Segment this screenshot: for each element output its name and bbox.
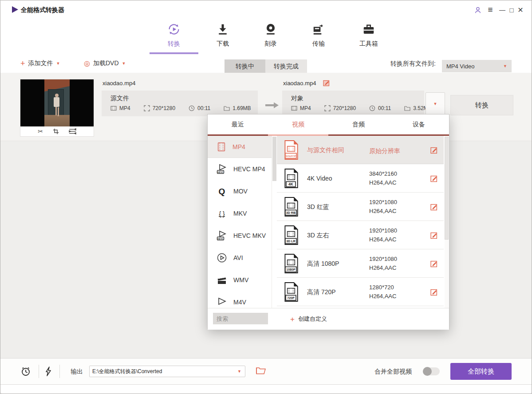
search-input[interactable] (213, 313, 268, 324)
format-label: HEVC MKV (233, 232, 266, 239)
tab-finished[interactable]: 转换完成 (265, 59, 307, 73)
preset-title: 3D 红蓝 (307, 203, 329, 211)
titlebar: 全能格式转换器 ≡ — □ ✕ (0, 0, 532, 18)
preset-spec: 原始分辨率 (369, 146, 400, 155)
tab-convert[interactable]: 转换 (153, 23, 195, 48)
preset-specs: 3840*2160H264,AAC (369, 169, 397, 187)
format-item-wmv[interactable]: WMV (208, 269, 272, 291)
hevc-flag-icon: HEVC (217, 164, 227, 174)
popup-tab-audio[interactable]: 音频 (328, 114, 389, 134)
clip-toolbar: ✂ (20, 126, 94, 136)
preset-hd-1080p[interactable]: 1080P 高清 1080P 1920*1080H264,AAC (277, 249, 444, 278)
scrollbar-thumb[interactable] (445, 137, 449, 240)
toggle-knob (423, 367, 432, 376)
format-item-m4v[interactable]: M4V (208, 291, 272, 308)
output-format-value: MP4 Video (442, 63, 503, 70)
source-box-title: 源文件 (110, 95, 129, 102)
load-dvd-label: 加载DVD (93, 59, 119, 67)
edit-preset-icon[interactable] (430, 260, 438, 268)
format-list-scrollbar[interactable] (272, 136, 276, 308)
tab-transfer[interactable]: 传输 (297, 23, 340, 48)
tab-download[interactable]: 下载 (201, 23, 244, 48)
play-circle-icon (217, 252, 227, 263)
preset-same-as-source[interactable]: source 与源文件相同 原始分辨率 (277, 136, 444, 164)
svg-text:3D RB: 3D RB (286, 211, 296, 215)
video-preview[interactable] (20, 79, 94, 126)
tab-toolbox[interactable]: 工具箱 (347, 23, 390, 48)
popup-tab-recent[interactable]: 最近 (208, 114, 268, 134)
format-item-avi[interactable]: AVI (208, 247, 272, 269)
trim-icon[interactable]: ✂ (38, 128, 43, 134)
format-label: MOV (233, 188, 248, 195)
format-item-mp4[interactable]: MP4 (208, 136, 272, 158)
tab-convert-label: 转换 (153, 40, 195, 48)
edit-preset-icon[interactable] (430, 175, 438, 182)
convert-all-button[interactable]: 全部转换 (450, 363, 512, 380)
dvd-icon: ◎ (84, 60, 90, 67)
preset-list-scrollbar[interactable] (445, 136, 449, 308)
edit-preset-icon[interactable] (430, 288, 438, 296)
close-icon[interactable]: ✕ (515, 4, 526, 15)
plus-icon: + (290, 315, 295, 323)
source-info-box: 源文件 MP4 720*1280 00:11 1.69MB (102, 91, 258, 116)
edit-preset-icon[interactable] (430, 232, 438, 239)
edit-preset-icon[interactable] (430, 146, 438, 154)
preset-3d-left-right[interactable]: 3D LR 3D 左右 1920*1080H264,AAC (277, 221, 444, 249)
effects-sliders-icon[interactable] (69, 128, 76, 134)
add-file-button[interactable]: + 添加文件 ▼ (20, 54, 60, 73)
tab-download-label: 下载 (201, 40, 244, 48)
create-custom-button[interactable]: + 创建自定义 (290, 308, 327, 330)
format-item-mov[interactable]: Q MOV (208, 180, 272, 202)
crop-icon[interactable] (53, 128, 59, 134)
edit-preset-icon[interactable] (430, 203, 438, 211)
hevc-flag-icon: HEVC (217, 230, 227, 241)
rename-edit-icon[interactable] (323, 79, 330, 87)
format-item-hevc-mp4[interactable]: HEVC HEVC MP4 (208, 158, 272, 180)
format-item-mkv[interactable]: { } MKV (208, 202, 272, 225)
tab-burn[interactable]: 刻录 (249, 23, 292, 48)
merge-toggle[interactable] (423, 367, 440, 375)
target-format-dropdown-button[interactable]: ▼ (426, 92, 445, 115)
svg-text:720P: 720P (287, 296, 295, 300)
format-label: HEVC MP4 (233, 165, 265, 173)
popup-tab-video[interactable]: 视频 (268, 114, 328, 134)
chevron-down-icon: ▼ (122, 62, 126, 66)
output-format-dropdown[interactable]: MP4 Video ▼ (442, 60, 512, 72)
open-folder-icon[interactable] (256, 366, 266, 374)
target-resolution: 720*1280 (333, 105, 356, 111)
account-icon[interactable] (473, 5, 483, 16)
target-duration: 00:11 (378, 105, 391, 111)
preset-list: source 与源文件相同 原始分辨率 4K 4K Video 3840*216… (277, 136, 444, 308)
scrollbar-thumb[interactable] (272, 137, 276, 181)
m4v-flag-icon (217, 297, 227, 307)
video-file-icon: 4K (283, 169, 299, 188)
tab-transfer-label: 传输 (297, 40, 340, 48)
preset-hd-720p[interactable]: 720P 高清 720P 1280*720H264,AAC (277, 278, 444, 306)
app-window: 全能格式转换器 ≡ — □ ✕ 转换 (0, 0, 532, 394)
svg-text:4K: 4K (288, 182, 293, 186)
output-path-input[interactable] (90, 366, 238, 377)
create-custom-label: 创建自定义 (298, 315, 327, 323)
popup-tab-device[interactable]: 设备 (389, 114, 449, 134)
load-dvd-button[interactable]: ◎ 加载DVD ▼ (84, 54, 126, 73)
duration-icon (189, 105, 195, 111)
preset-3d-red-blue[interactable]: 3D RB 3D 红蓝 1920*1080H264,AAC (277, 193, 444, 221)
chevron-down-icon[interactable]: ▼ (237, 370, 241, 374)
clapperboard-icon (217, 275, 227, 285)
chevron-down-icon: ▼ (56, 62, 60, 66)
svg-text:{ }: { } (219, 210, 225, 217)
content-area: ✂ xiaodao.mp4 源文件 (0, 73, 532, 358)
performance-bolt-icon[interactable] (45, 366, 52, 376)
convert-button[interactable]: 转换 (450, 95, 513, 115)
target-box-title: 对象 (291, 95, 303, 102)
format-item-hevc-mkv[interactable]: HEVC HEVC MKV (208, 225, 272, 247)
size-icon (404, 105, 410, 111)
svg-text:3D LR: 3D LR (286, 240, 296, 243)
target-file-name: xiaodao.mp4 (283, 80, 316, 87)
schedule-alarm-icon[interactable] (20, 366, 31, 377)
preset-4k-video[interactable]: 4K 4K Video 3840*2160H264,AAC (277, 164, 444, 193)
menu-icon[interactable]: ≡ (485, 4, 496, 15)
quicktime-icon: Q (217, 186, 227, 197)
tab-converting[interactable]: 转换中 (225, 59, 265, 73)
svg-text:HEVC: HEVC (217, 238, 224, 240)
